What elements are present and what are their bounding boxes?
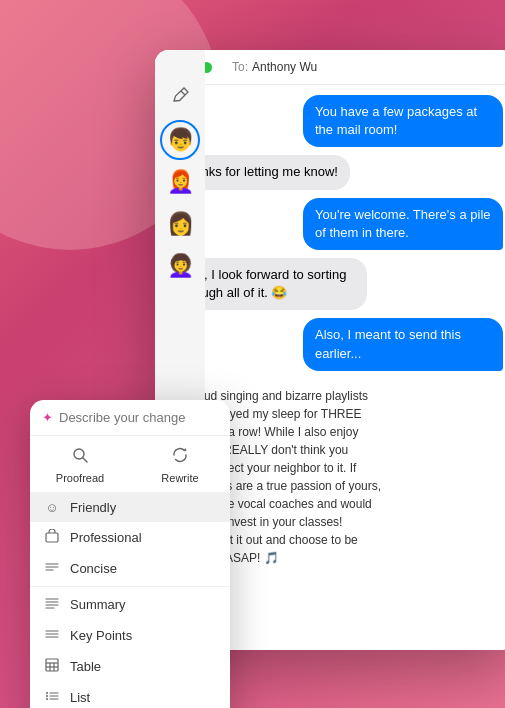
menu-item-table[interactable]: Table (30, 651, 230, 682)
menu-item-professional[interactable]: Professional (30, 522, 230, 553)
avatar-3[interactable]: 👩 (163, 207, 197, 241)
friendly-icon: ☺ (44, 500, 60, 515)
menu-item-friendly[interactable]: ☺ Friendly (30, 493, 230, 522)
concise-label: Concise (70, 561, 117, 576)
proofread-button[interactable]: Proofread (30, 436, 130, 492)
avatar-1[interactable]: 👦 (163, 123, 197, 157)
message-sent-1: You have a few packages at the mail room… (303, 95, 503, 147)
summary-icon (44, 596, 60, 613)
avatar-4[interactable]: 👩‍🦱 (163, 249, 197, 283)
rewrite-label: Rewrite (161, 472, 198, 484)
svg-line-1 (83, 458, 87, 462)
svg-rect-2 (46, 533, 58, 542)
message-sent-3: Also, I meant to send this earlier... (303, 318, 503, 370)
svg-point-0 (74, 449, 84, 459)
professional-label: Professional (70, 530, 142, 545)
svg-point-19 (46, 695, 48, 697)
professional-icon (44, 529, 60, 546)
avatar-emoji-1: 👦 (167, 129, 194, 151)
writing-tools-popup: ✦ Proofread Rewrite (30, 400, 230, 708)
concise-icon (44, 560, 60, 577)
menu-item-key-points[interactable]: Key Points (30, 620, 230, 651)
mail-header: To: Anthony Wu (155, 50, 505, 85)
writing-tools-menu: ☺ Friendly Professional Concise (30, 493, 230, 708)
writing-tools-input[interactable] (59, 410, 227, 425)
avatar-emoji-4: 👩‍🦱 (167, 255, 194, 277)
svg-rect-13 (46, 659, 58, 671)
avatar-emoji-2: 👩‍🦰 (167, 171, 194, 193)
proofread-icon (71, 446, 89, 468)
list-label: List (70, 690, 90, 705)
summary-label: Summary (70, 597, 126, 612)
to-field: To: Anthony Wu (222, 60, 317, 74)
menu-item-list[interactable]: List (30, 682, 230, 708)
menu-item-summary[interactable]: Summary (30, 589, 230, 620)
avatar-2[interactable]: 👩‍🦰 (163, 165, 197, 199)
rewrite-icon (171, 446, 189, 468)
menu-divider (30, 586, 230, 587)
key-points-icon (44, 627, 60, 644)
svg-point-18 (46, 692, 48, 694)
list-icon (44, 689, 60, 706)
key-points-label: Key Points (70, 628, 132, 643)
to-label: To: (232, 60, 248, 74)
to-name: Anthony Wu (252, 60, 317, 74)
rewrite-button[interactable]: Rewrite (130, 436, 230, 492)
proofread-label: Proofread (56, 472, 104, 484)
writing-tools-actions: Proofread Rewrite (30, 436, 230, 493)
writing-tools-search-bar: ✦ (30, 400, 230, 436)
table-icon (44, 658, 60, 675)
svg-point-20 (46, 698, 48, 700)
menu-item-concise[interactable]: Concise (30, 553, 230, 584)
avatar-emoji-3: 👩 (167, 213, 194, 235)
friendly-label: Friendly (70, 500, 116, 515)
compose-icon[interactable] (169, 85, 191, 107)
table-label: Table (70, 659, 101, 674)
sparkle-icon: ✦ (42, 410, 53, 425)
message-sent-2: You're welcome. There's a pile of them i… (303, 198, 503, 250)
